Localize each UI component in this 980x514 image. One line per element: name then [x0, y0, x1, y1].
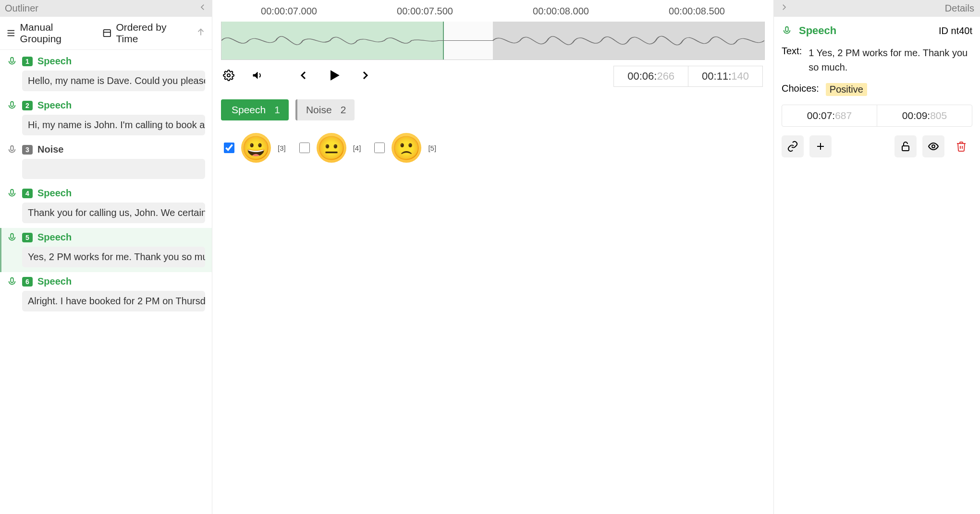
- grouping-toggle[interactable]: Manual Grouping: [6, 22, 96, 45]
- volume-icon[interactable]: [252, 70, 263, 84]
- choice-checkbox[interactable]: [299, 143, 310, 153]
- emoji-negative-icon: 🙁: [392, 133, 421, 163]
- svg-rect-20: [785, 27, 788, 32]
- choice-positive[interactable]: 😀[3]: [224, 133, 286, 163]
- selection-end-time[interactable]: 00:11:140: [688, 66, 763, 87]
- choice-shortcut: [5]: [428, 144, 436, 152]
- svg-point-25: [932, 145, 935, 148]
- add-button[interactable]: [809, 135, 832, 157]
- segment-text: Hi, my name is John. I'm calling to book…: [22, 115, 205, 135]
- outliner-header: Outliner: [0, 0, 212, 17]
- waveform[interactable]: [221, 22, 765, 60]
- ruler-tick: 00:00:08.500: [629, 6, 765, 17]
- selection-start-time[interactable]: 00:06:266: [613, 66, 688, 87]
- mic-icon: [7, 56, 17, 67]
- label-tab-name: Noise: [306, 104, 332, 116]
- segment-item[interactable]: 3Noise: [0, 140, 212, 184]
- svg-rect-16: [11, 277, 13, 282]
- collapse-left-icon[interactable]: [198, 3, 207, 14]
- label-tab-count: 2: [341, 104, 346, 116]
- svg-rect-24: [902, 146, 909, 151]
- next-icon[interactable]: [359, 70, 371, 84]
- sort-direction-icon[interactable]: [196, 27, 206, 40]
- segment-label: Noise: [37, 144, 63, 155]
- segment-label: Speech: [37, 100, 72, 111]
- svg-point-18: [227, 74, 230, 77]
- emoji-neutral-icon: 😐: [317, 133, 346, 163]
- segment-index: 2: [22, 101, 33, 110]
- mic-icon: [7, 188, 17, 199]
- outliner-title: Outliner: [5, 3, 38, 14]
- text-key: Text:: [782, 46, 802, 57]
- ruler-tick: 00:00:07.500: [357, 6, 493, 17]
- details-end-time[interactable]: 00:09:805: [877, 105, 972, 126]
- text-value: 1 Yes, 2 PM works for me. Thank you so m…: [808, 46, 972, 74]
- settings-icon[interactable]: [223, 70, 234, 84]
- label-tab-count: 1: [274, 104, 280, 116]
- segment-label: Speech: [37, 232, 72, 243]
- details-panel: Details Speech ID nt40t Text: 1 Yes, 2 P…: [773, 0, 980, 514]
- time-ruler: 00:00:07.00000:00:07.50000:00:08.00000:0…: [221, 3, 765, 22]
- svg-rect-14: [11, 233, 13, 238]
- choice-shortcut: [4]: [353, 144, 361, 152]
- ordering-label: Ordered by Time: [116, 22, 190, 45]
- svg-rect-10: [11, 145, 13, 150]
- segment-index: 3: [22, 145, 33, 155]
- mic-icon: [7, 100, 17, 111]
- segment-text: [22, 159, 205, 179]
- mic-icon: [7, 232, 17, 243]
- choice-shortcut: [3]: [278, 144, 286, 152]
- segment-text: Hello, my name is Dave. Could you please: [22, 71, 205, 91]
- ordering-toggle[interactable]: Ordered by Time: [102, 22, 190, 45]
- segments-list: 1SpeechHello, my name is Dave. Could you…: [0, 50, 212, 514]
- details-start-time[interactable]: 00:07:687: [782, 105, 877, 126]
- lock-button[interactable]: [894, 135, 917, 157]
- segment-label: Speech: [37, 188, 72, 199]
- region-type-label: Speech: [799, 24, 836, 37]
- choice-checkbox[interactable]: [374, 143, 385, 153]
- label-tab-name: Speech: [232, 104, 266, 116]
- emoji-positive-icon: 😀: [241, 133, 271, 163]
- expand-right-icon[interactable]: [780, 3, 788, 14]
- outliner-panel: Outliner Manual Grouping Ordered by Time…: [0, 0, 212, 514]
- choice-checkbox[interactable]: [224, 143, 234, 153]
- details-header: Details: [774, 0, 980, 17]
- segment-text: Alright. I have booked for 2 PM on Thurs…: [22, 291, 205, 311]
- label-tab-noise[interactable]: Noise2: [295, 99, 355, 120]
- link-button[interactable]: [782, 135, 804, 157]
- segment-item[interactable]: 2SpeechHi, my name is John. I'm calling …: [0, 96, 212, 140]
- visibility-button[interactable]: [922, 135, 944, 157]
- outliner-toolbar: Manual Grouping Ordered by Time: [0, 17, 212, 50]
- ruler-tick: 00:00:07.000: [221, 6, 357, 17]
- segment-item[interactable]: 1SpeechHello, my name is Dave. Could you…: [0, 52, 212, 96]
- segment-item[interactable]: 4SpeechThank you for calling us, John. W…: [0, 184, 212, 228]
- svg-marker-19: [331, 70, 340, 80]
- mic-icon: [7, 144, 17, 155]
- delete-button[interactable]: [950, 135, 972, 157]
- segment-label: Speech: [37, 56, 72, 67]
- choices-value: Positive: [826, 83, 867, 96]
- segment-label: Speech: [37, 276, 72, 287]
- svg-rect-3: [103, 30, 110, 36]
- grouping-label: Manual Grouping: [20, 22, 96, 45]
- svg-rect-8: [11, 101, 13, 106]
- ruler-tick: 00:00:08.000: [493, 6, 629, 17]
- choice-negative[interactable]: 🙁[5]: [374, 133, 436, 163]
- play-button[interactable]: [327, 68, 342, 85]
- timeline: 00:00:07.00000:00:07.50000:00:08.00000:0…: [221, 0, 765, 93]
- segment-item[interactable]: 5SpeechYes, 2 PM works for me. Thank you…: [0, 228, 212, 272]
- label-tabs: Speech1Noise2: [221, 99, 765, 120]
- prev-icon[interactable]: [298, 70, 309, 84]
- segment-item[interactable]: 6SpeechAlright. I have booked for 2 PM o…: [0, 272, 212, 316]
- mic-icon: [782, 25, 792, 36]
- details-time-range: 00:07:687 00:09:805: [782, 105, 972, 127]
- svg-rect-6: [11, 57, 13, 62]
- region-id: ID nt40t: [939, 25, 972, 36]
- choice-neutral[interactable]: 😐[4]: [299, 133, 361, 163]
- segment-index: 5: [22, 233, 33, 242]
- sentiment-choices: 😀[3]😐[4]🙁[5]: [221, 133, 765, 163]
- svg-rect-12: [11, 189, 13, 194]
- label-tab-speech[interactable]: Speech1: [221, 99, 289, 120]
- details-title: Details: [945, 3, 974, 14]
- segment-index: 1: [22, 57, 33, 66]
